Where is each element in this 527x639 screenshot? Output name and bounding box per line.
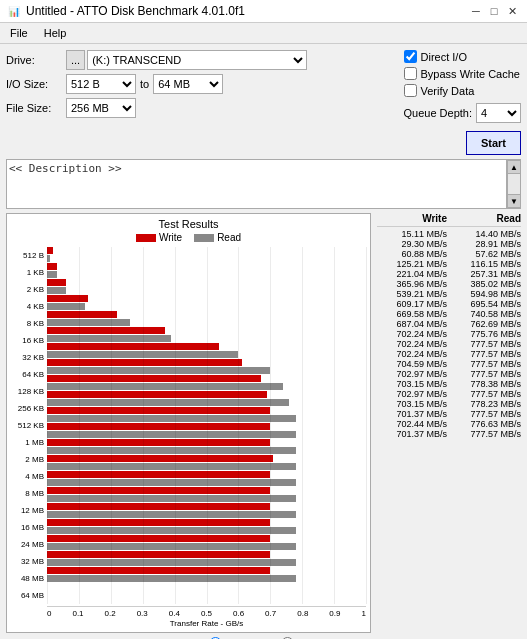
- table-row: 701.37 MB/s777.57 MB/s: [377, 409, 521, 419]
- table-row: 125.21 MB/s116.15 MB/s: [377, 259, 521, 269]
- read-bar: [47, 383, 283, 390]
- read-value: 777.57 MB/s: [451, 349, 521, 359]
- write-value: 15.11 MB/s: [377, 229, 447, 239]
- bar-pair: [47, 391, 366, 407]
- write-bar: [47, 295, 88, 302]
- x-tick-label: 0: [47, 609, 51, 618]
- write-value: 60.88 MB/s: [377, 249, 447, 259]
- verify-data-checkbox[interactable]: [404, 84, 417, 97]
- queue-depth-select[interactable]: 4: [476, 103, 521, 123]
- maximize-button[interactable]: □: [487, 4, 501, 18]
- y-label: 2 MB: [11, 451, 44, 468]
- drive-select[interactable]: (K:) TRANSCEND: [87, 50, 307, 70]
- direct-io-label[interactable]: Direct I/O: [421, 51, 467, 63]
- write-value: 221.04 MB/s: [377, 269, 447, 279]
- table-row: 29.30 MB/s28.91 MB/s: [377, 239, 521, 249]
- y-label: 32 KB: [11, 349, 44, 366]
- write-value: 702.97 MB/s: [377, 389, 447, 399]
- description-scrollbar[interactable]: ▲ ▼: [507, 159, 521, 209]
- write-bar: [47, 519, 270, 526]
- file-size-row: File Size: 256 MB: [6, 98, 394, 118]
- read-bar: [47, 399, 289, 406]
- verify-data-label[interactable]: Verify Data: [421, 85, 475, 97]
- y-label: 4 MB: [11, 468, 44, 485]
- chart-content: 512 B1 KB2 KB4 KB8 KB16 KB32 KB64 KB128 …: [11, 247, 366, 604]
- write-bar: [47, 471, 270, 478]
- table-row: 365.96 MB/s385.02 MB/s: [377, 279, 521, 289]
- bypass-write-cache-checkbox[interactable]: [404, 67, 417, 80]
- read-value: 777.57 MB/s: [451, 359, 521, 369]
- read-value: 14.40 MB/s: [451, 229, 521, 239]
- write-bar: [47, 551, 270, 558]
- app-icon: 📊: [8, 6, 20, 17]
- bar-pair: [47, 455, 366, 471]
- write-bar: [47, 263, 57, 270]
- write-bar: [47, 535, 270, 542]
- title-bar: 📊 Untitled - ATTO Disk Benchmark 4.01.0f…: [0, 0, 527, 23]
- y-label: 512 B: [11, 247, 44, 264]
- controls-row: Drive: ... (K:) TRANSCEND I/O Size: 512 …: [6, 50, 521, 155]
- data-rows: 15.11 MB/s14.40 MB/s29.30 MB/s28.91 MB/s…: [377, 229, 521, 439]
- write-value: 539.21 MB/s: [377, 289, 447, 299]
- bar-pair: [47, 343, 366, 359]
- x-tick-label: 0.2: [105, 609, 116, 618]
- menu-help[interactable]: Help: [38, 25, 73, 41]
- io-size-row: I/O Size: 512 B to 64 MB: [6, 74, 394, 94]
- read-bar: [47, 335, 171, 342]
- table-row: 702.24 MB/s777.57 MB/s: [377, 349, 521, 359]
- chart-legend: Write Read: [11, 232, 366, 243]
- io-size-to-label: to: [140, 78, 149, 90]
- write-value: 365.96 MB/s: [377, 279, 447, 289]
- io-size-to-select[interactable]: 64 MB: [153, 74, 223, 94]
- write-bar: [47, 279, 66, 286]
- table-row: 702.24 MB/s775.76 MB/s: [377, 329, 521, 339]
- table-row: 539.21 MB/s594.98 MB/s: [377, 289, 521, 299]
- start-button[interactable]: Start: [466, 131, 521, 155]
- x-axis-container: 00.10.20.30.40.50.60.70.80.91 Transfer R…: [47, 606, 366, 628]
- y-label: 4 KB: [11, 298, 44, 315]
- bypass-write-cache-label[interactable]: Bypass Write Cache: [421, 68, 520, 80]
- direct-io-checkbox[interactable]: [404, 50, 417, 63]
- read-value: 776.63 MB/s: [451, 419, 521, 429]
- write-bar: [47, 375, 261, 382]
- close-button[interactable]: ✕: [505, 4, 519, 18]
- bar-pair: [47, 407, 366, 423]
- description-area: << Description >> ▲ ▼: [6, 159, 521, 209]
- table-row: 15.11 MB/s14.40 MB/s: [377, 229, 521, 239]
- read-legend-color: [194, 234, 214, 242]
- write-bar: [47, 487, 270, 494]
- queue-depth-label: Queue Depth:: [404, 107, 473, 119]
- x-tick-label: 1: [361, 609, 365, 618]
- x-tick-label: 0.3: [137, 609, 148, 618]
- x-tick-label: 0.8: [297, 609, 308, 618]
- write-bar: [47, 327, 165, 334]
- bar-pair: [47, 551, 366, 567]
- drive-browse-button[interactable]: ...: [66, 50, 85, 70]
- read-bar: [47, 511, 296, 518]
- left-controls: Drive: ... (K:) TRANSCEND I/O Size: 512 …: [6, 50, 394, 122]
- minimize-button[interactable]: ─: [469, 4, 483, 18]
- read-value: 385.02 MB/s: [451, 279, 521, 289]
- file-size-select[interactable]: 256 MB: [66, 98, 136, 118]
- io-size-from-select[interactable]: 512 B: [66, 74, 136, 94]
- write-bar: [47, 247, 53, 254]
- read-value: 762.69 MB/s: [451, 319, 521, 329]
- read-bar: [47, 559, 296, 566]
- description-textarea[interactable]: << Description >>: [6, 159, 507, 209]
- read-value: 777.57 MB/s: [451, 369, 521, 379]
- results-section: Test Results Write Read 512 B1 KB2 KB4 K…: [6, 213, 521, 633]
- x-tick-label: 0.6: [233, 609, 244, 618]
- menu-file[interactable]: File: [4, 25, 34, 41]
- scroll-down-arrow[interactable]: ▼: [507, 194, 521, 208]
- write-value: 669.58 MB/s: [377, 309, 447, 319]
- write-bar: [47, 311, 117, 318]
- read-bar: [47, 271, 57, 278]
- scroll-up-arrow[interactable]: ▲: [507, 160, 521, 174]
- read-bar: [47, 543, 296, 550]
- main-panel: Drive: ... (K:) TRANSCEND I/O Size: 512 …: [0, 44, 527, 639]
- bar-pair: [47, 375, 366, 391]
- y-label: 24 MB: [11, 536, 44, 553]
- table-row: 702.97 MB/s777.57 MB/s: [377, 369, 521, 379]
- table-row: 701.37 MB/s777.57 MB/s: [377, 429, 521, 439]
- table-row: 702.97 MB/s777.57 MB/s: [377, 389, 521, 399]
